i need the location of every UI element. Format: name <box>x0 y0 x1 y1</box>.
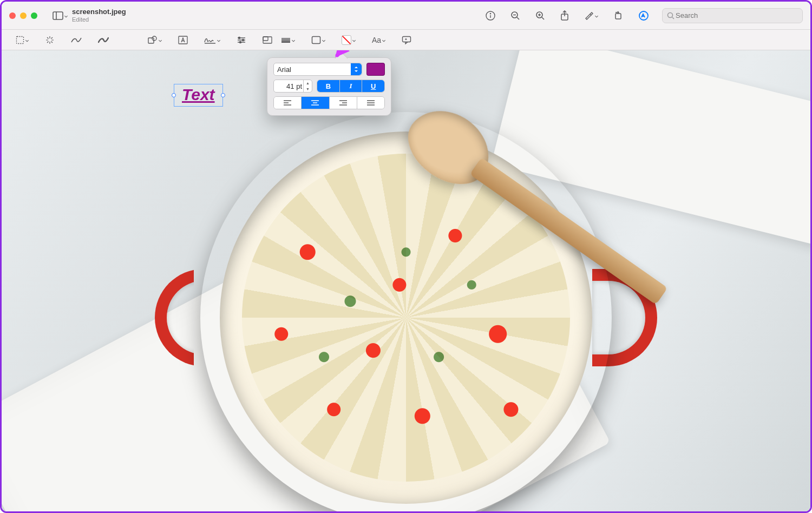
zoom-in-button[interactable] <box>533 8 547 24</box>
svg-line-25 <box>47 41 49 43</box>
svg-rect-18 <box>17 36 24 43</box>
svg-rect-37 <box>263 37 272 43</box>
svg-line-23 <box>47 37 49 39</box>
file-info: screenshot.jpeg Edited <box>72 8 126 23</box>
fullscreen-window-button[interactable] <box>31 12 37 19</box>
svg-line-6 <box>517 17 519 19</box>
border-color-tool[interactable] <box>307 34 330 47</box>
svg-point-16 <box>668 12 673 17</box>
shape-style-tool[interactable] <box>277 35 299 45</box>
align-left-button[interactable] <box>274 97 301 109</box>
svg-rect-27 <box>148 38 154 43</box>
window-controls <box>9 12 37 19</box>
text-style-tool[interactable]: Aa <box>368 34 390 47</box>
text-color-swatch[interactable] <box>366 63 385 76</box>
bold-button[interactable]: B <box>317 80 339 92</box>
shapes-tool[interactable] <box>143 34 166 47</box>
sidebar-toggle-button[interactable] <box>50 8 70 23</box>
search-field[interactable] <box>662 8 803 23</box>
rotate-button[interactable] <box>611 8 625 24</box>
markup-toggle-button[interactable] <box>636 7 651 24</box>
adjust-size-tool[interactable] <box>258 34 277 46</box>
share-button[interactable] <box>558 7 571 24</box>
svg-line-9 <box>542 17 544 19</box>
text-annotation[interactable]: Text <box>174 84 223 107</box>
zoom-out-button[interactable] <box>508 8 522 24</box>
text-align-segmented <box>273 96 385 109</box>
file-subtitle: Edited <box>72 16 126 23</box>
search-icon <box>667 12 675 19</box>
font-family-select[interactable]: Arial <box>273 63 362 76</box>
underline-button[interactable]: U <box>362 80 384 92</box>
close-window-button[interactable] <box>9 12 16 19</box>
align-right-button[interactable] <box>329 97 357 109</box>
annotate-speech-tool[interactable]: ✦ <box>397 34 416 47</box>
svg-point-34 <box>238 37 240 38</box>
svg-line-26 <box>51 37 53 39</box>
text-style-segmented: B I U <box>317 80 385 93</box>
resize-handle-right[interactable] <box>221 93 225 97</box>
svg-rect-14 <box>615 14 621 19</box>
svg-line-24 <box>51 41 53 43</box>
text-style-popover: Arial 41 pt ▲▼ B I U <box>267 57 391 116</box>
markup-toolbar: Aa ✦ <box>2 30 810 50</box>
fill-color-tool[interactable] <box>337 33 360 47</box>
text-tool[interactable] <box>174 34 192 47</box>
font-size-stepper[interactable]: ▲▼ <box>303 80 312 92</box>
sign-tool[interactable] <box>200 34 225 46</box>
info-button[interactable] <box>483 8 497 24</box>
font-family-value: Arial <box>277 65 291 74</box>
svg-text:✦: ✦ <box>404 37 408 41</box>
align-justify-button[interactable] <box>357 97 384 109</box>
fill-swatch-icon <box>342 35 351 45</box>
search-input[interactable] <box>675 11 798 20</box>
sketch-tool[interactable] <box>67 34 86 46</box>
adjust-color-tool[interactable] <box>232 34 251 46</box>
align-center-button[interactable] <box>301 97 329 109</box>
image-canvas[interactable]: Text Arial 41 pt ▲▼ B I U <box>2 50 810 511</box>
svg-point-36 <box>239 41 241 43</box>
italic-button[interactable]: I <box>339 80 362 92</box>
selection-tool[interactable] <box>11 34 33 47</box>
svg-rect-42 <box>312 36 320 43</box>
minimize-window-button[interactable] <box>20 12 27 19</box>
font-size-value: 41 pt <box>286 82 302 90</box>
text-annotation-content[interactable]: Text <box>182 86 215 103</box>
select-caret-icon <box>351 63 362 75</box>
resize-handle-left[interactable] <box>172 93 176 97</box>
svg-point-28 <box>152 36 156 41</box>
draw-tool[interactable] <box>94 34 113 46</box>
file-name: screenshot.jpeg <box>72 8 126 16</box>
window-titlebar: screenshot.jpeg Edited <box>2 2 810 30</box>
svg-point-4 <box>490 13 490 14</box>
svg-line-17 <box>672 17 674 19</box>
svg-point-35 <box>242 39 244 41</box>
highlight-button[interactable] <box>582 8 600 24</box>
instant-alpha-tool[interactable] <box>41 33 59 47</box>
svg-rect-0 <box>53 12 63 19</box>
svg-rect-38 <box>263 37 268 41</box>
font-size-field[interactable]: 41 pt ▲▼ <box>273 80 312 93</box>
